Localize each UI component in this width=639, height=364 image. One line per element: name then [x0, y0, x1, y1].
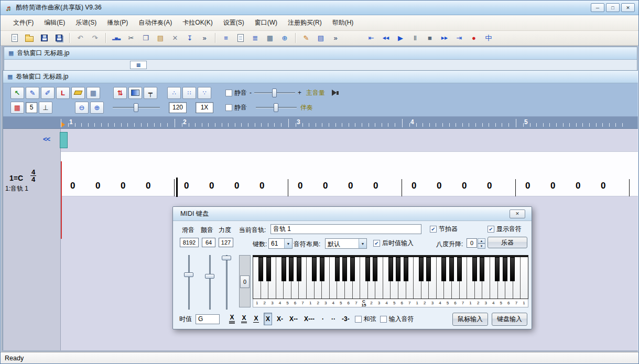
piano-black-key[interactable]: [472, 257, 477, 281]
piano-black-key[interactable]: [495, 257, 500, 281]
web-icon[interactable]: ⊕: [278, 32, 291, 44]
new-file-icon[interactable]: [8, 32, 21, 44]
export-icon[interactable]: ↧: [183, 32, 197, 44]
rest-note[interactable]: 0: [209, 181, 214, 191]
duration-button[interactable]: X-: [275, 313, 285, 325]
slider-thumb[interactable]: [184, 272, 193, 277]
piano-black-key[interactable]: [449, 257, 454, 281]
slider-thumb[interactable]: [274, 103, 278, 112]
track-name[interactable]: 1:音轨 1: [5, 184, 28, 193]
rest-note[interactable]: 0: [437, 181, 441, 191]
piano-black-key[interactable]: [342, 257, 347, 281]
ruler[interactable]: 12345: [3, 117, 638, 129]
piano-black-key[interactable]: [350, 257, 355, 281]
spinner-down-button[interactable]: ▼: [478, 244, 485, 249]
rest-note[interactable]: 0: [70, 181, 75, 191]
cut-icon[interactable]: ✂: [124, 32, 138, 44]
layout-combo[interactable]: 默认 ▼: [325, 238, 367, 249]
octave-slider[interactable]: 0: [239, 255, 251, 307]
collapse-button[interactable]: <<: [43, 135, 50, 143]
duration-button[interactable]: -3-: [340, 313, 351, 325]
piano-black-key[interactable]: [426, 257, 431, 281]
move-updown-button[interactable]: ⇅: [113, 87, 127, 99]
menu-item[interactable]: 注册购买(R): [283, 16, 327, 30]
slider-thumb[interactable]: [205, 274, 214, 279]
rest-note[interactable]: 0: [146, 181, 150, 191]
stamp-tool-button[interactable]: ⊥: [39, 102, 52, 114]
save-all-icon[interactable]: [52, 32, 66, 44]
duration-button[interactable]: X: [228, 313, 236, 325]
stats-icon[interactable]: ▂▅▃: [110, 32, 123, 44]
zoom-slider[interactable]: [113, 103, 160, 112]
scroll-window-titlebar[interactable]: ▦ 卷轴窗口 无标题.jp: [3, 71, 638, 83]
go-start-icon[interactable]: ⇤: [364, 32, 378, 44]
piano-black-key[interactable]: [320, 257, 324, 281]
octave-slider-thumb[interactable]: 0: [240, 275, 250, 288]
rest-note[interactable]: 0: [373, 181, 378, 191]
piano-black-key[interactable]: [441, 257, 446, 281]
piano-black-key[interactable]: [365, 257, 370, 281]
rest-note[interactable]: 0: [487, 181, 492, 191]
rest-note[interactable]: 0: [184, 181, 189, 191]
score-page-icon[interactable]: [234, 32, 247, 44]
mouse-input-button[interactable]: 鼠标输入: [452, 313, 488, 326]
keyboard-input-button[interactable]: 键盘输入: [492, 313, 527, 326]
lyric-lines-icon[interactable]: ≣: [248, 32, 262, 44]
red-grid-tool-button[interactable]: ▦: [10, 102, 24, 114]
rest-note[interactable]: 0: [323, 181, 328, 191]
zoom-out-button[interactable]: ⊖: [75, 102, 89, 114]
minimize-button[interactable]: ─: [591, 3, 604, 12]
metronome-checkbox[interactable]: ✔: [430, 226, 437, 233]
maximize-button[interactable]: □: [606, 3, 620, 12]
menu-item[interactable]: 帮助(H): [327, 16, 359, 30]
combo-arrow-icon[interactable]: ▼: [359, 239, 366, 248]
metronome-mark-icon[interactable]: 中: [482, 32, 495, 44]
rest-note[interactable]: 0: [525, 181, 530, 191]
duration-button[interactable]: ·: [319, 313, 327, 325]
rest-note[interactable]: 0: [121, 181, 125, 191]
grid-tool-button[interactable]: ▦: [86, 87, 100, 99]
duration-button[interactable]: X--: [288, 313, 299, 325]
slider-thumb[interactable]: [222, 256, 231, 260]
menu-item[interactable]: 窗口(W): [250, 16, 283, 30]
spinner-up-button[interactable]: ▲: [478, 238, 485, 244]
snap-dots-2-button[interactable]: ∷: [182, 87, 196, 99]
slider-thumb[interactable]: [272, 89, 277, 97]
go-end-icon[interactable]: ⇥: [452, 32, 466, 44]
titlebar[interactable]: ♬ 酷特简谱作曲家(共享版) V9.36 ─ □ ✕: [1, 1, 638, 15]
note-list-icon[interactable]: ▤: [314, 32, 328, 44]
rest-note[interactable]: 0: [550, 181, 555, 191]
piano-black-key[interactable]: [258, 257, 263, 281]
redo-icon[interactable]: ↷: [88, 32, 102, 44]
menu-item[interactable]: 卡拉OK(K): [177, 16, 218, 30]
rest-note[interactable]: 0: [234, 181, 239, 191]
duration-button[interactable]: X: [240, 313, 248, 325]
duration-button[interactable]: ··: [330, 313, 337, 325]
piano-black-key[interactable]: [396, 257, 400, 281]
line-pencil-tool-button[interactable]: ✐: [41, 87, 55, 99]
fast-forward-icon[interactable]: ▶▶: [438, 32, 451, 44]
instrument-button[interactable]: 乐器: [488, 237, 527, 248]
keyboard-view-icon[interactable]: ▦: [263, 32, 277, 44]
menu-item[interactable]: 设置(S): [218, 16, 250, 30]
open-file-icon[interactable]: [23, 32, 36, 44]
rest-note[interactable]: 0: [411, 181, 416, 191]
after-duration-checkbox[interactable]: ✔: [373, 240, 380, 247]
staff-view-icon[interactable]: ≡: [219, 32, 233, 44]
record-icon[interactable]: ●: [467, 32, 481, 44]
pitch-bend-slider[interactable]: [183, 255, 194, 310]
rest-note[interactable]: 0: [601, 181, 605, 191]
menu-item[interactable]: 播放(P): [102, 16, 133, 30]
combo-arrow-icon[interactable]: ▼: [284, 239, 292, 248]
dialog-titlebar[interactable]: MIDI 键盘 ✕: [173, 207, 532, 221]
piano-black-key[interactable]: [510, 257, 515, 281]
paste-icon[interactable]: ▤: [154, 32, 167, 44]
piano-black-key[interactable]: [335, 257, 340, 281]
save-icon[interactable]: [37, 32, 51, 44]
snap-dots-1-button[interactable]: ∴: [167, 87, 181, 99]
pencil-icon[interactable]: ✎: [299, 32, 313, 44]
piano-black-key[interactable]: [297, 257, 301, 281]
legato-tool-button[interactable]: L: [56, 87, 70, 99]
dialog-close-button[interactable]: ✕: [510, 209, 525, 218]
menu-item[interactable]: 编辑(E): [39, 16, 70, 30]
